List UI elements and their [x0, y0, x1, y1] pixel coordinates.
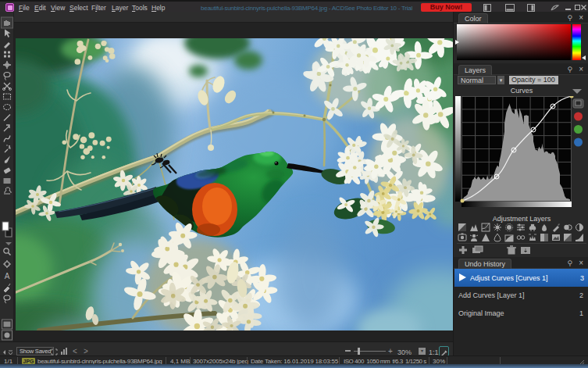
svg-text:A: A [5, 272, 10, 280]
